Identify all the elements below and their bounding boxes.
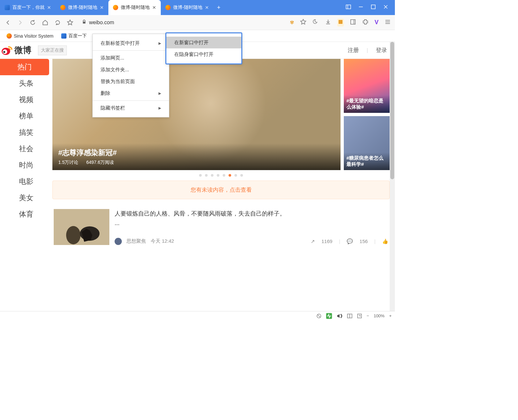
weibo-sidebar: 热门 头条 视频 榜单 搞笑 社会 时尚 电影 美女 体育 xyxy=(0,42,52,311)
sidebar-item-society[interactable]: 社会 xyxy=(0,141,52,157)
post-body: 人要锻炼自己的人格、风骨，不要随风雨破落，失去自己的样子。 ​​​​ ... 思… xyxy=(115,209,388,245)
undo-button[interactable] xyxy=(54,19,62,26)
menu-item-open-incognito[interactable]: 在隐身窗口中打开 xyxy=(166,48,241,60)
tab-label: 微博-随时随地 xyxy=(121,5,150,10)
browser-tab-active[interactable]: 微博-随时随地 ✕ xyxy=(108,0,161,15)
weibo-logo[interactable]: 微博 xyxy=(1,44,31,56)
bookmark-item[interactable]: 百度一下 xyxy=(59,32,89,40)
night-mode-icon[interactable] xyxy=(312,19,319,26)
url-input[interactable]: weibo.com xyxy=(79,20,285,26)
weibo-logo-text: 微博 xyxy=(14,44,31,56)
comment-icon[interactable]: 💬 xyxy=(347,238,353,244)
menu-item-add-page[interactable]: 添加网页... xyxy=(93,52,169,64)
menu-item-delete[interactable]: 删除 ▶ xyxy=(93,87,169,99)
bee-icon[interactable]: ✾ xyxy=(290,19,294,26)
carousel-dot[interactable] xyxy=(205,174,208,177)
chevron-right-icon: ▶ xyxy=(158,106,161,110)
download-icon[interactable] xyxy=(325,19,331,26)
avatar[interactable] xyxy=(115,238,122,245)
menu-item-open-new-window[interactable]: 在新窗口中打开 xyxy=(166,37,241,48)
carousel-dot[interactable] xyxy=(240,174,243,177)
close-icon[interactable]: ✕ xyxy=(100,5,104,10)
browser-tab[interactable]: 微博-随时随地 ✕ xyxy=(56,0,108,15)
hero-read-count: 6497.6万阅读 xyxy=(86,160,114,166)
tab-label: 微博-随时随地 xyxy=(173,5,202,10)
reload-button[interactable] xyxy=(29,19,37,26)
repost-icon[interactable]: ↗ xyxy=(311,238,315,244)
carousel-dot-active[interactable] xyxy=(229,174,231,177)
sidebar-item-movie[interactable]: 电影 xyxy=(0,173,52,190)
minimize-icon[interactable] xyxy=(358,4,363,11)
sidebar-item-video[interactable]: 视频 xyxy=(0,92,52,108)
sina-favicon-icon xyxy=(7,33,12,39)
hero-title: #志尊淳感染新冠# xyxy=(58,148,335,158)
svg-point-19 xyxy=(66,226,81,244)
sidebar-item-headlines[interactable]: 头条 xyxy=(0,75,52,92)
svg-rect-3 xyxy=(371,5,375,9)
like-icon[interactable]: 👍 xyxy=(382,238,388,244)
carousel-dot[interactable] xyxy=(211,174,213,177)
post-thumbnail[interactable] xyxy=(54,209,109,245)
search-placeholder: 大家正在搜 xyxy=(41,47,64,53)
zoom-out-button[interactable]: − xyxy=(367,313,369,318)
svg-rect-18 xyxy=(54,209,109,245)
v-logo-icon[interactable]: V xyxy=(375,19,379,26)
weibo-logo-icon xyxy=(1,45,12,55)
close-icon[interactable]: ✕ xyxy=(152,5,156,10)
panel-toggle-icon[interactable] xyxy=(346,4,351,11)
baidu-favicon-icon xyxy=(5,5,10,10)
volume-icon[interactable] xyxy=(337,313,342,319)
carousel-dot[interactable] xyxy=(217,174,219,177)
side-card[interactable]: #糖尿病患者怎么最科学# xyxy=(344,116,390,170)
carousel-dot[interactable] xyxy=(223,174,225,177)
expand-icon[interactable] xyxy=(357,313,362,319)
sidebar-item-fashion[interactable]: 时尚 xyxy=(0,157,52,173)
hero-discuss-count: 1.5万讨论 xyxy=(58,160,78,166)
menu-item-replace-current[interactable]: 替换为当前页面 xyxy=(93,76,169,87)
zoom-level: 100% xyxy=(374,313,384,318)
unread-banner[interactable]: 您有未读内容，点击查看 xyxy=(52,181,390,199)
login-link[interactable]: 登录 xyxy=(376,46,387,54)
carousel-dot[interactable] xyxy=(199,174,202,177)
menu-item-open-new-tab[interactable]: 在新标签页中打开 ▶ xyxy=(93,37,169,49)
bookmark-label: Sina Visitor System xyxy=(14,33,53,39)
bookmark-item[interactable]: Sina Visitor System xyxy=(4,32,56,40)
maximize-icon[interactable] xyxy=(371,4,376,11)
sidebar-item-ranking[interactable]: 榜单 xyxy=(0,108,52,124)
menu-icon[interactable] xyxy=(384,19,391,26)
home-button[interactable] xyxy=(41,19,49,26)
post-author[interactable]: 思想聚焦 xyxy=(126,238,146,244)
back-button[interactable] xyxy=(4,19,12,26)
post-meta: 思想聚焦 今天 12:42 ↗ 1169 | 💬 156 | 👍 xyxy=(115,238,388,245)
menu-item-add-folder[interactable]: 添加文件夹... xyxy=(93,64,169,76)
star-icon[interactable] xyxy=(300,19,306,26)
zoom-in-button[interactable]: + xyxy=(389,313,392,318)
favorite-button[interactable] xyxy=(66,19,74,26)
scrollbar-thumb[interactable] xyxy=(390,42,394,179)
block-icon[interactable] xyxy=(316,313,322,319)
close-icon[interactable] xyxy=(383,4,388,11)
extension-icon[interactable] xyxy=(362,19,369,26)
activity-icon[interactable] xyxy=(326,313,332,319)
close-icon[interactable]: ✕ xyxy=(47,5,51,10)
scrollbar[interactable] xyxy=(390,42,395,311)
repost-count: 1169 xyxy=(322,238,332,244)
split-view-icon[interactable] xyxy=(347,313,352,319)
carousel-dot[interactable] xyxy=(234,174,237,177)
lock-icon xyxy=(82,20,86,26)
collection-icon[interactable] xyxy=(350,19,356,26)
screenshot-icon[interactable] xyxy=(337,19,344,26)
sidebar-item-beauty[interactable]: 美女 xyxy=(0,190,52,206)
search-input[interactable]: 大家正在搜 xyxy=(38,45,67,55)
sidebar-item-sports[interactable]: 体育 xyxy=(0,206,52,222)
new-tab-button[interactable]: + xyxy=(213,0,224,15)
browser-tab[interactable]: 百度一下，你就 ✕ xyxy=(0,0,56,15)
close-icon[interactable]: ✕ xyxy=(205,5,209,10)
browser-tab[interactable]: 微博-随时随地 ✕ xyxy=(161,0,213,15)
sidebar-item-funny[interactable]: 搞笑 xyxy=(0,124,52,141)
forward-button[interactable] xyxy=(16,19,24,26)
sidebar-item-hot[interactable]: 热门 xyxy=(0,59,49,75)
register-link[interactable]: 注册 xyxy=(348,46,359,54)
menu-item-hide-bookmarks[interactable]: 隐藏书签栏 ▶ xyxy=(93,102,169,114)
side-card[interactable]: #最无望的暗恋是么体验# xyxy=(344,59,390,113)
